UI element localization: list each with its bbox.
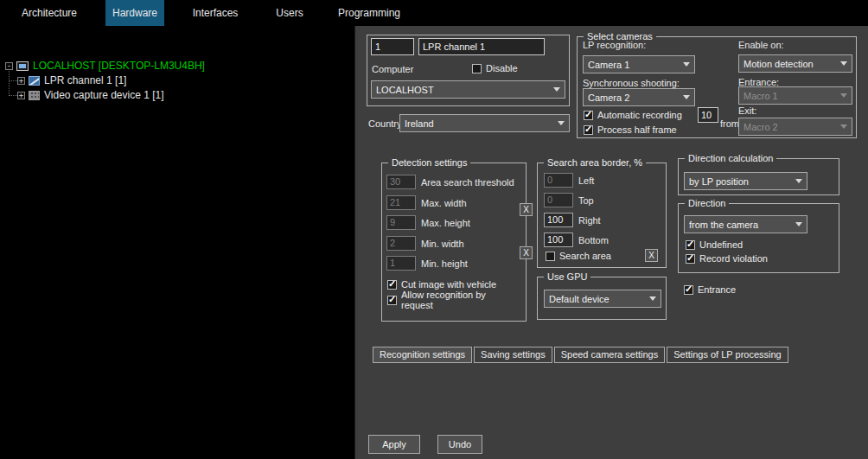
chevron-down-icon [840,61,847,66]
automatic-recording-checkbox[interactable]: Automatic recording [584,110,682,120]
tree-item-label: Video capture device 1 [1] [44,89,164,101]
max-height-label: Max. height [421,218,470,228]
collapse-icon[interactable]: - [5,62,13,70]
border-left-label: Left [578,175,594,186]
direction-calc-select[interactable]: by LP position [684,172,807,190]
groupbox-title: Direction [685,198,729,208]
expand-icon[interactable]: + [17,77,25,85]
selected-value: Default device [549,294,646,304]
chevron-down-icon [649,296,656,301]
selected-value: Macro 1 [744,91,837,101]
border-right-label: Right [578,215,601,226]
cut-image-checkbox[interactable]: Cut image with vehicle [387,279,496,290]
undo-button[interactable]: Undo [437,435,482,454]
chevron-down-icon [558,121,565,125]
tree-item-localhost[interactable]: - LOCALHOST [DESKTOP-LM3U4BH] [5,59,205,73]
nav-tab-interfaces[interactable]: Interfaces [184,0,246,26]
channel-number-field[interactable]: 1 [371,38,414,55]
border-bottom-field[interactable]: 100 [544,233,573,247]
reset-min-button[interactable]: X [520,246,533,259]
max-width-field[interactable]: 21 [386,195,416,210]
border-top-field[interactable]: 0 [544,193,573,207]
checkbox-box[interactable] [684,285,693,295]
settings-panel: 1 LPR channel 1 Computer Disable LOCALHO… [354,26,868,459]
chevron-down-icon [683,95,690,99]
tab-lp-processing-settings[interactable]: Settings of LP processing [667,347,788,363]
search-area-checkbox[interactable]: Search area [546,251,611,261]
country-select[interactable]: Ireland [399,114,570,132]
entrance-checkbox[interactable]: Entrance [684,284,736,295]
min-height-label: Min. height [421,258,468,269]
min-width-label: Min. width [421,239,464,249]
selected-value: Motion detection [744,59,837,69]
border-right-field[interactable]: 100 [544,213,573,227]
computer-label: Computer [372,64,413,74]
tab-speed-camera-settings[interactable]: Speed camera settings [554,347,666,363]
record-violation-checkbox[interactable]: Record violation [686,253,768,264]
checkbox-label: Disable [486,63,518,73]
tree-connector-line [10,80,17,81]
reset-max-button[interactable]: X [520,203,533,216]
direction-select[interactable]: from the camera [684,215,807,233]
recording-frames-field[interactable]: 10 [698,107,718,123]
nav-tab-hardware[interactable]: Hardware [105,0,164,26]
apply-button[interactable]: Apply [368,435,420,454]
nav-tab-architecture[interactable]: Architecture [16,0,83,26]
synchronous-shooting-label: Synchronous shooting: [583,78,680,88]
groupbox-title: Detection settings [388,157,470,168]
checkbox-box[interactable] [686,254,695,264]
border-left-field[interactable]: 0 [544,173,573,188]
computer-select[interactable]: LOCALHOST [371,80,565,99]
checkbox-box[interactable] [584,111,593,120]
synchronous-shooting-select[interactable]: Camera 2 [583,88,695,106]
border-bottom-label: Bottom [578,235,609,245]
checkbox-box[interactable] [387,296,397,305]
channel-name-field[interactable]: LPR channel 1 [418,38,545,55]
selected-value: by LP position [689,176,792,187]
lp-recognition-select[interactable]: Camera 1 [583,55,695,73]
checkbox-box[interactable] [546,252,555,261]
device-tree-panel: - LOCALHOST [DESKTOP-LM3U4BH] + LPR chan… [0,26,354,459]
expand-icon[interactable]: + [17,92,25,99]
chevron-down-icon [840,93,847,98]
computer-icon [16,61,29,71]
groupbox-title: Search area border, % [544,157,646,168]
tree-item-lpr-channel[interactable]: + LPR channel 1 [1] [17,73,126,87]
min-width-field[interactable]: 2 [386,236,416,251]
tab-recognition-settings[interactable]: Recognition settings [373,347,472,363]
top-nav-bar: Architecture Hardware Interfaces Users P… [0,0,868,26]
nav-tab-users[interactable]: Users [266,0,313,26]
checkbox-box[interactable] [387,280,397,290]
checkbox-label: Cut image with vehicle [401,279,496,290]
allow-recognition-checkbox[interactable]: Allow recognition by request [387,290,498,310]
min-height-field[interactable]: 1 [386,256,416,271]
chevron-down-icon [795,179,802,183]
max-height-field[interactable]: 9 [386,215,416,230]
groupbox-title: Direction calculation [685,153,776,163]
enable-on-select[interactable]: Motion detection [738,54,852,73]
from-label: from [720,118,739,129]
selected-value: Camera 2 [588,92,680,103]
gpu-device-select[interactable]: Default device [544,290,661,308]
max-width-label: Max. width [421,198,467,208]
exit-macro-select[interactable]: Macro 2 [738,118,852,136]
area-search-threshold-field[interactable]: 30 [386,175,416,189]
nav-tab-programming[interactable]: Programming [331,0,407,26]
entrance-macro-select[interactable]: Macro 1 [738,86,852,105]
tab-saving-settings[interactable]: Saving settings [474,347,552,363]
settings-tab-strip: Recognition settings Saving settings Spe… [373,347,788,363]
checkbox-label: Automatic recording [597,110,682,120]
undefined-checkbox[interactable]: Undefined [686,239,743,250]
tree-item-video-capture[interactable]: + Video capture device 1 [1] [17,88,164,102]
checkbox-label: Process half frame [597,124,677,135]
process-half-frame-checkbox[interactable]: Process half frame [584,124,677,135]
disable-checkbox[interactable]: Disable [472,63,518,73]
checkbox-box[interactable] [584,125,593,135]
checkbox-box[interactable] [686,240,695,250]
search-area-reset-button[interactable]: X [645,249,658,262]
checkbox-box[interactable] [472,64,482,73]
enable-on-label: Enable on: [738,40,784,50]
selected-value: LOCALHOST [376,85,550,95]
exit-macro-label: Exit: [738,105,756,116]
lp-recognition-label: LP recognition: [583,40,646,50]
